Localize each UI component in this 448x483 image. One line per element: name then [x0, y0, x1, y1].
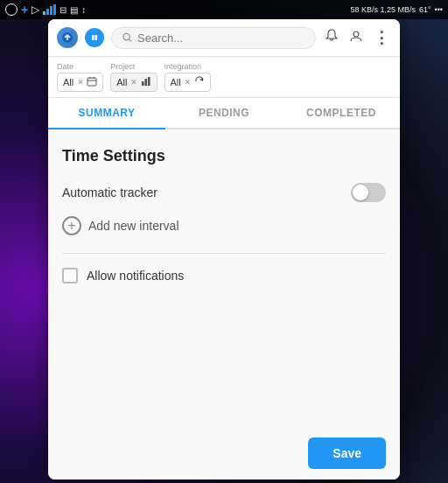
status-bar-left: + ▷ ⊟ ▤ ↕	[5, 3, 86, 17]
svg-point-3	[123, 33, 130, 39]
integration-filter-label: Integration	[164, 62, 211, 71]
send-icon: ▷	[32, 4, 39, 16]
circle-icon	[5, 4, 18, 16]
automatic-tracker-label: Automatic tracker	[62, 186, 158, 200]
svg-rect-12	[148, 77, 150, 86]
status-bar: + ▷ ⊟ ▤ ↕ 58 KB/s 1,25 MB/s 61° •••	[0, 0, 448, 19]
more-button[interactable]: ⋮	[372, 26, 391, 49]
allow-notifications-row: Allow notifications	[62, 268, 386, 284]
save-button[interactable]: Save	[308, 438, 386, 469]
integration-filter-clear[interactable]: ×	[185, 77, 191, 88]
refresh-icon	[194, 76, 205, 88]
svg-rect-2	[95, 35, 98, 40]
filter-row: Date All × Project All ×	[48, 57, 400, 98]
header-icons: ⋮	[323, 26, 391, 49]
tab-completed[interactable]: COMPLETED	[283, 98, 400, 130]
app-window: ⋮ Date All × Project	[48, 19, 400, 480]
bell-icon	[325, 29, 339, 43]
add-interval-row[interactable]: + Add new interval	[62, 216, 386, 235]
speed-text: 58 KB/s 1,25 MB/s	[350, 5, 416, 14]
search-input[interactable]	[137, 32, 304, 45]
add-circle-icon: +	[62, 216, 81, 235]
project-filter-value: All	[116, 77, 127, 88]
plus-icon: +	[21, 3, 28, 17]
svg-line-4	[129, 39, 131, 42]
date-filter-chip[interactable]: All ×	[57, 73, 103, 92]
search-icon	[122, 32, 132, 43]
svg-point-5	[354, 32, 359, 37]
temp-text: 61°	[419, 5, 431, 14]
status-bar-right: 58 KB/s 1,25 MB/s 61° •••	[350, 5, 443, 14]
project-filter-clear[interactable]: ×	[130, 77, 136, 88]
date-filter-group: Date All ×	[57, 62, 103, 92]
arrow-icon: ↕	[81, 5, 86, 15]
avatar-button[interactable]	[347, 27, 365, 48]
integration-filter-group: Integration All ×	[164, 62, 211, 92]
tabs: SUMMARY PENDING COMPLETED	[48, 98, 400, 130]
svg-rect-11	[144, 79, 147, 86]
user-icon	[349, 29, 363, 43]
tab-summary[interactable]: SUMMARY	[48, 98, 165, 130]
divider	[62, 253, 386, 254]
app-header: ⋮	[48, 19, 400, 57]
tab-pending[interactable]: PENDING	[165, 98, 283, 130]
battery2-icon: ▤	[70, 5, 78, 15]
svg-rect-10	[142, 81, 144, 86]
allow-notifications-checkbox[interactable]	[62, 268, 78, 284]
battery-icon: ⊟	[60, 5, 66, 15]
integration-filter-value: All	[171, 77, 181, 88]
footer: Save	[48, 427, 400, 480]
calendar-icon	[87, 76, 97, 88]
automatic-tracker-toggle[interactable]	[351, 183, 386, 202]
dots-icon: •••	[435, 5, 443, 14]
search-bar[interactable]	[111, 27, 316, 49]
bell-button[interactable]	[323, 27, 340, 48]
date-filter-label: Date	[57, 62, 103, 71]
content-area: Time Settings Automatic tracker + Add ne…	[48, 130, 400, 427]
section-title: Time Settings	[62, 147, 386, 165]
integration-filter-chip[interactable]: All ×	[164, 73, 211, 92]
signal-bars-icon	[43, 4, 56, 15]
automatic-tracker-row: Automatic tracker	[62, 183, 386, 202]
chart-icon	[141, 76, 151, 88]
allow-notifications-label: Allow notifications	[87, 269, 184, 283]
app-icon	[57, 27, 78, 48]
date-filter-value: All	[63, 77, 74, 88]
svg-rect-1	[92, 35, 94, 40]
project-filter-chip[interactable]: All ×	[110, 73, 157, 92]
add-interval-label: Add new interval	[88, 219, 179, 233]
svg-marker-13	[200, 78, 203, 81]
project-filter-label: Project	[110, 62, 157, 71]
date-filter-clear[interactable]: ×	[77, 77, 83, 88]
svg-rect-6	[88, 78, 96, 86]
project-filter-group: Project All ×	[110, 62, 157, 92]
pause-button[interactable]	[85, 28, 104, 47]
